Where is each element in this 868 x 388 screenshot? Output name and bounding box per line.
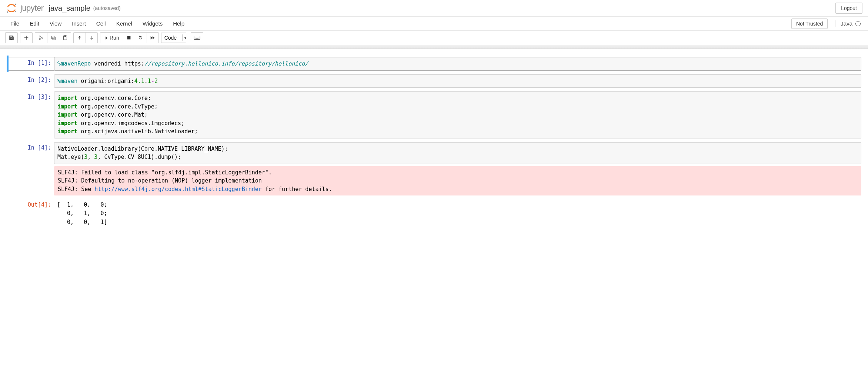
input-prompt: In [4]: bbox=[7, 142, 54, 164]
svg-point-3 bbox=[39, 39, 41, 40]
run-label: Run bbox=[110, 35, 119, 41]
kernel-status-icon bbox=[855, 21, 861, 26]
text-output: [ 1, 0, 0; 0, 1, 0; 0, 0, 1] bbox=[54, 199, 861, 228]
restart-icon bbox=[138, 35, 143, 40]
move-up-button[interactable] bbox=[74, 33, 86, 43]
svg-rect-5 bbox=[51, 36, 54, 39]
svg-point-4 bbox=[39, 36, 41, 37]
menu-cell[interactable]: Cell bbox=[91, 17, 111, 30]
svg-point-1 bbox=[7, 11, 9, 13]
paste-icon bbox=[63, 35, 68, 40]
restart-button[interactable] bbox=[135, 33, 147, 43]
svg-rect-6 bbox=[53, 37, 55, 40]
code-input[interactable]: import org.opencv.core.Core; import org.… bbox=[54, 91, 861, 138]
autosave-status: (autosaved) bbox=[93, 5, 121, 11]
interrupt-button[interactable] bbox=[123, 33, 135, 43]
fast-forward-icon bbox=[150, 35, 155, 40]
notebook-container: In [1]: %mavenRepo vendredi https://repo… bbox=[0, 49, 868, 237]
empty-prompt bbox=[7, 166, 54, 196]
menu-widgets[interactable]: Widgets bbox=[137, 17, 168, 30]
toolbar: Run Code bbox=[0, 31, 868, 45]
run-button[interactable]: Run bbox=[100, 33, 123, 43]
stderr-output: SLF4J: Failed to load class "org.slf4j.i… bbox=[54, 166, 861, 196]
header: jupyter java_sample (autosaved) Logout bbox=[0, 0, 868, 17]
code-input[interactable]: %maven origami:origami:4.1.1-2 bbox=[54, 74, 861, 88]
code-input[interactable]: NativeLoader.loadLibrary(Core.NATIVE_LIB… bbox=[54, 142, 861, 164]
cut-button[interactable] bbox=[35, 33, 47, 43]
restart-run-all-button[interactable] bbox=[147, 33, 158, 43]
jupyter-logo-icon bbox=[6, 2, 17, 14]
svg-point-0 bbox=[15, 4, 16, 5]
jupyter-logo[interactable]: jupyter bbox=[6, 2, 44, 14]
notebook-name[interactable]: java_sample bbox=[49, 4, 90, 13]
arrow-down-icon bbox=[89, 35, 94, 40]
menubar: File Edit View Insert Cell Kernel Widget… bbox=[0, 17, 868, 31]
insert-cell-button[interactable] bbox=[20, 33, 32, 43]
scissors-icon bbox=[39, 35, 44, 40]
code-cell[interactable]: In [4]: NativeLoader.loadLibrary(Core.NA… bbox=[0, 141, 868, 165]
save-icon bbox=[9, 35, 14, 40]
input-prompt: In [3]: bbox=[7, 91, 54, 138]
not-trusted-button[interactable]: Not Trusted bbox=[791, 19, 828, 29]
paste-button[interactable] bbox=[59, 33, 71, 43]
code-cell[interactable]: In [3]: import org.opencv.core.Core; imp… bbox=[0, 90, 868, 140]
menu-edit[interactable]: Edit bbox=[24, 17, 44, 30]
copy-icon bbox=[51, 35, 56, 40]
jupyter-logo-text: jupyter bbox=[20, 3, 44, 13]
kernel-name: Java bbox=[841, 20, 852, 27]
copy-button[interactable] bbox=[47, 33, 59, 43]
save-button[interactable] bbox=[6, 33, 17, 43]
stop-icon bbox=[126, 35, 131, 40]
code-cell[interactable]: In [1]: %mavenRepo vendredi https://repo… bbox=[0, 56, 868, 72]
logout-button[interactable]: Logout bbox=[835, 3, 862, 14]
command-palette-button[interactable] bbox=[191, 33, 203, 43]
input-prompt: In [2]: bbox=[7, 74, 54, 88]
cell-type-select[interactable]: Code bbox=[161, 33, 186, 43]
code-input[interactable]: %mavenRepo vendredi https://repository.h… bbox=[54, 57, 861, 71]
code-cell[interactable]: In [2]: %maven origami:origami:4.1.1-2 bbox=[0, 73, 868, 90]
menu-help[interactable]: Help bbox=[168, 17, 190, 30]
input-prompt: In [1]: bbox=[7, 57, 54, 71]
keyboard-icon bbox=[194, 36, 200, 40]
menu-insert[interactable]: Insert bbox=[67, 17, 91, 30]
svg-point-2 bbox=[15, 11, 16, 12]
menu-view[interactable]: View bbox=[44, 17, 67, 30]
toolbar-shadow bbox=[0, 45, 868, 49]
svg-rect-9 bbox=[127, 36, 131, 40]
output-row: Out[4]: [ 1, 0, 0; 0, 1, 0; 0, 0, 1] bbox=[0, 198, 868, 230]
plus-icon bbox=[24, 35, 29, 40]
menu-kernel[interactable]: Kernel bbox=[111, 17, 137, 30]
run-icon bbox=[104, 36, 108, 40]
svg-rect-10 bbox=[194, 36, 200, 40]
output-prompt: Out[4]: bbox=[7, 199, 54, 228]
output-stderr-row: SLF4J: Failed to load class "org.slf4j.i… bbox=[0, 166, 868, 197]
arrow-up-icon bbox=[77, 35, 82, 40]
move-down-button[interactable] bbox=[86, 33, 97, 43]
kernel-indicator: Java bbox=[835, 20, 863, 27]
menu-file[interactable]: File bbox=[5, 17, 24, 30]
